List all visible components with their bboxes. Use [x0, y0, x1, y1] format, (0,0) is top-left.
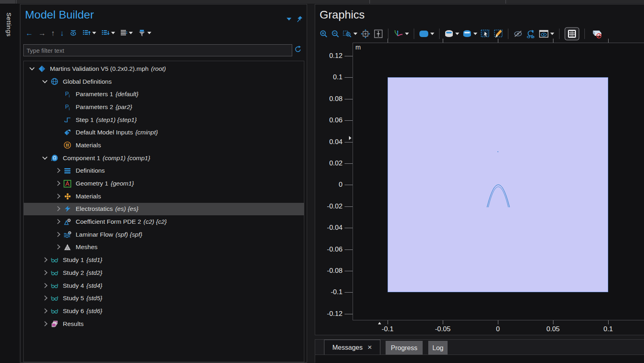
tree-item-study-2[interactable]: Study 2{std2}	[24, 266, 304, 279]
chevron-right-icon[interactable]	[41, 256, 50, 264]
divider	[584, 29, 585, 39]
reset-hiding-icon[interactable]	[526, 29, 536, 39]
panel-menu-dropdown-icon[interactable]	[287, 18, 291, 21]
chevron-right-icon[interactable]	[54, 218, 62, 226]
pde-icon	[63, 218, 72, 226]
zoom-extents-icon[interactable]	[361, 29, 370, 39]
expand-all-dropdown-icon[interactable]	[92, 32, 96, 34]
axis-unit-label: m	[355, 44, 361, 51]
y-tick-label: 0.1	[315, 73, 343, 81]
zoom-box-dropdown-icon[interactable]	[353, 33, 357, 35]
chevron-right-icon[interactable]	[54, 179, 62, 188]
chevron-down-icon[interactable]	[41, 78, 50, 86]
chevron-right-icon[interactable]	[41, 282, 50, 290]
tree-item-meshes[interactable]: Meshes	[24, 241, 304, 254]
zoom-box-icon[interactable]	[343, 30, 357, 38]
environment-reflections-dropdown-icon[interactable]	[473, 33, 477, 35]
transparency-dropdown-icon[interactable]	[430, 33, 434, 35]
show-grid-icon[interactable]	[564, 27, 580, 41]
tree-item-materials[interactable]: Materials	[24, 190, 304, 203]
chevron-right-icon[interactable]	[54, 205, 62, 213]
tree-item-component-1[interactable]: Ω Component 1(comp1) {comp1}	[24, 152, 304, 165]
tree-item-study-1[interactable]: Study 1{std1}	[24, 254, 304, 266]
chevron-down-icon[interactable]	[41, 154, 50, 162]
chevron-right-icon[interactable]	[41, 320, 50, 328]
collapse-all-dropdown-icon[interactable]	[111, 32, 115, 34]
filter-dropdown-icon[interactable]	[147, 32, 151, 34]
chevron-right-icon[interactable]	[54, 231, 62, 239]
view-hidden-dropdown-icon[interactable]	[550, 33, 554, 35]
select-box-icon[interactable]	[481, 29, 490, 39]
settings-vertical-tab[interactable]: Settings	[5, 12, 12, 37]
splitter-handle-icon[interactable]	[349, 136, 351, 140]
scene-light-icon[interactable]	[444, 30, 459, 38]
view-hidden-icon[interactable]	[539, 30, 554, 38]
view-orientation-icon[interactable]	[393, 29, 409, 39]
pin-icon[interactable]	[296, 16, 303, 23]
tab-progress[interactable]: Progress	[386, 341, 423, 355]
refresh-icon[interactable]	[294, 45, 302, 54]
tree-item-study-6[interactable]: Study 6{std6}	[24, 305, 304, 318]
ribbon-sliver	[0, 0, 644, 4]
expand-all-icon[interactable]	[83, 29, 96, 37]
tree-item-root[interactable]: Martins Validation V5 (0.2x0.2).mph(root…	[24, 62, 304, 75]
study-icon	[50, 256, 59, 264]
deselect-box-icon[interactable]	[493, 29, 503, 39]
graphics-title: Graphics	[320, 8, 365, 21]
clear-graphics-icon[interactable]	[590, 29, 602, 39]
filter-input[interactable]	[23, 44, 292, 56]
tree-item-definitions[interactable]: Definitions	[24, 165, 304, 177]
zoom-out-icon[interactable]	[331, 30, 340, 38]
zoom-in-icon[interactable]	[320, 30, 328, 38]
tree-item-parameters-1[interactable]: Pi Parameters 1{default}	[24, 88, 304, 101]
environment-reflections-icon[interactable]	[462, 30, 477, 38]
x-tick	[388, 320, 388, 324]
tab-messages[interactable]: Messages ×	[324, 340, 380, 355]
tree-item-parameters-2[interactable]: Pi Parameters 2{par2}	[24, 101, 304, 113]
y-tick-label: -0.04	[315, 224, 343, 232]
tree-item-study-5[interactable]: Study 5{std5}	[24, 292, 304, 305]
show-icon[interactable]	[69, 29, 77, 37]
y-tick-label: -0.1	[315, 288, 343, 296]
parameters-icon: Pi	[63, 90, 72, 98]
filter-icon[interactable]	[138, 29, 151, 37]
node-text-dropdown-icon[interactable]	[129, 32, 133, 34]
tree-item-geometry-1[interactable]: Geometry 1{geom1}	[24, 177, 304, 190]
y-tick	[345, 271, 353, 271]
tree-item-electrostatics[interactable]: Electrostatics(es) {es}	[24, 203, 304, 216]
go-to-default-view-icon[interactable]	[374, 29, 383, 39]
move-down-icon[interactable]: ↓	[60, 29, 64, 37]
tree-item-default-model-inputs[interactable]: Default Model Inputs{cminpt}	[24, 126, 304, 139]
tree-item-global-definitions[interactable]: Global Definitions	[24, 75, 304, 88]
x-tick	[608, 320, 609, 324]
chevron-right-icon[interactable]	[41, 269, 50, 277]
bottom-handle-icon[interactable]	[378, 322, 381, 324]
tree-item-materials-global[interactable]: Materials	[24, 139, 304, 152]
tree-item-study-4[interactable]: Study 4{std4}	[24, 279, 304, 292]
back-icon[interactable]: ←	[25, 29, 33, 37]
close-icon[interactable]: ×	[367, 344, 372, 351]
hide-objects-icon[interactable]	[513, 30, 523, 38]
move-up-icon[interactable]: ↑	[51, 29, 55, 37]
view-orientation-dropdown-icon[interactable]	[405, 33, 409, 35]
y-tick	[345, 163, 353, 164]
model-tree-node-text-icon[interactable]	[120, 29, 133, 37]
svg-text:Ω: Ω	[53, 156, 56, 160]
tab-log[interactable]: Log	[428, 341, 448, 355]
chevron-down-icon[interactable]	[28, 65, 37, 73]
tree-item-coefficient-form-pde-2[interactable]: Coefficient Form PDE 2(c2) {c2}	[24, 215, 304, 228]
tree-item-results[interactable]: Results	[24, 318, 304, 330]
forward-icon[interactable]: →	[38, 29, 46, 37]
chevron-right-icon[interactable]	[54, 192, 62, 200]
collapse-all-icon[interactable]	[101, 29, 115, 37]
chevron-right-icon[interactable]	[54, 167, 62, 175]
chevron-right-icon[interactable]	[54, 243, 62, 251]
y-tick-label: 0.06	[315, 116, 343, 124]
scene-light-dropdown-icon[interactable]	[455, 33, 459, 35]
chevron-right-icon[interactable]	[41, 294, 50, 302]
tree-item-laminar-flow[interactable]: Laminar Flow(spf) {spf}	[24, 228, 304, 241]
model-builder-panel: Model Builder ← → ↑ ↓	[20, 4, 307, 363]
chevron-right-icon[interactable]	[41, 307, 50, 315]
transparency-icon[interactable]	[419, 30, 434, 37]
tree-item-step-1[interactable]: Step 1(step1) {step1}	[24, 113, 304, 126]
